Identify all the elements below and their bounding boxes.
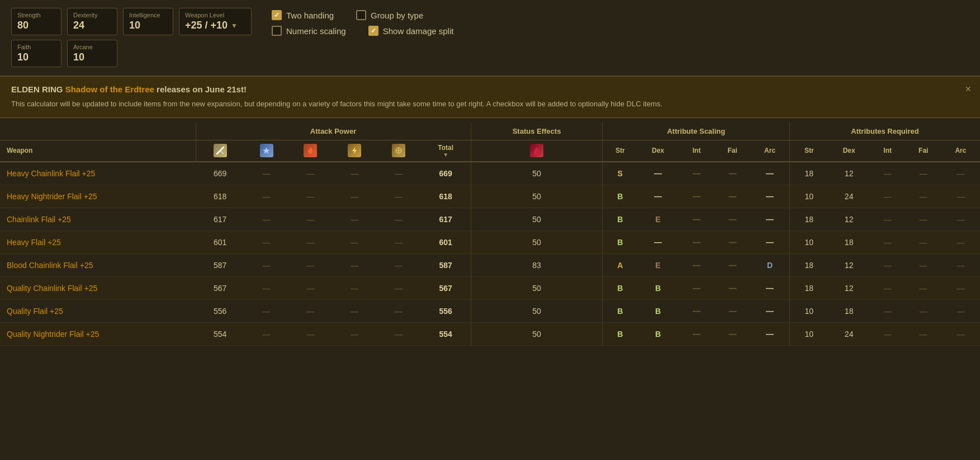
holy-val: — <box>377 299 421 322</box>
phys-val: 587 <box>196 254 244 276</box>
req-arc-val: — <box>941 208 980 231</box>
show-damage-split-checkbox-row: Show damage split <box>368 26 454 36</box>
announcement-title-suffix: releases on June 21st! <box>154 85 247 94</box>
weapon-name[interactable]: Heavy Nightrider Flail +25 <box>0 185 196 208</box>
announcement-title-prefix: ELDEN RING <box>11 85 65 94</box>
col-holy-icon <box>377 140 421 162</box>
arcane-value: 10 <box>73 51 111 63</box>
scale-arc-val: — <box>750 322 789 345</box>
group-by-type-checkbox[interactable] <box>356 10 366 20</box>
table-row[interactable]: Heavy Nightrider Flail +25618————61850B—… <box>0 185 980 208</box>
holy-val: — <box>377 322 421 345</box>
table-row[interactable]: Heavy Chainlink Flail +25669————66950S——… <box>0 162 980 185</box>
weapon-name[interactable]: Quality Chainlink Flail +25 <box>0 276 196 299</box>
table-row[interactable]: Blood Chainlink Flail +25587————58783AE—… <box>0 254 980 276</box>
scale-str-val: B <box>603 208 637 231</box>
col-header-weapon <box>0 123 196 140</box>
req-int-val: — <box>870 299 906 322</box>
req-dex-val: 12 <box>828 162 870 185</box>
req-arc-val: — <box>941 231 980 254</box>
req-fai-val: — <box>906 185 941 208</box>
col-header-attributes-required: Attributes Required <box>789 123 980 140</box>
req-str-val: 18 <box>789 276 828 299</box>
holy-val: — <box>377 231 421 254</box>
two-handing-checkbox-row: Two handing <box>272 10 334 20</box>
dexterity-value: 24 <box>73 20 111 31</box>
two-handing-checkbox[interactable] <box>272 10 282 20</box>
scale-arc-val: — <box>750 208 789 231</box>
weapon-name[interactable]: Quality Flail +25 <box>0 299 196 322</box>
req-dex-val: 12 <box>828 254 870 276</box>
total-val: 669 <box>421 162 471 185</box>
req-dex-val: 18 <box>828 299 870 322</box>
weapon-level-label: Weapon Level <box>185 12 245 18</box>
scale-str-val: B <box>603 185 637 208</box>
weapon-name[interactable]: Quality Nightrider Flail +25 <box>0 322 196 345</box>
weapon-name[interactable]: Heavy Flail +25 <box>0 231 196 254</box>
phys-val: 567 <box>196 276 244 299</box>
col-weapon[interactable]: Weapon <box>0 140 196 162</box>
table-row[interactable]: Quality Flail +25556————55650BB———1018——… <box>0 299 980 322</box>
two-handing-label: Two handing <box>286 11 334 20</box>
col-req-str: Str <box>789 140 828 162</box>
weapon-level-dropdown-arrow[interactable]: ▼ <box>231 22 238 30</box>
req-fai-val: — <box>906 254 941 276</box>
weapon-name[interactable]: Blood Chainlink Flail +25 <box>0 254 196 276</box>
col-req-dex: Dex <box>828 140 870 162</box>
scale-dex-val: E <box>637 254 679 276</box>
intelligence-stat[interactable]: Intelligence 10 <box>123 8 173 35</box>
show-damage-split-checkbox[interactable] <box>368 26 378 36</box>
numeric-scaling-checkbox-row: Numeric scaling <box>272 26 346 36</box>
table-header-cols: Weapon <box>0 140 980 162</box>
table-row[interactable]: Heavy Flail +25601————60150B————1018——— <box>0 231 980 254</box>
weapon-name[interactable]: Chainlink Flail +25 <box>0 208 196 231</box>
table-row[interactable]: Quality Chainlink Flail +25567————56750B… <box>0 276 980 299</box>
status-val: 83 <box>471 254 603 276</box>
req-fai-val: — <box>906 299 941 322</box>
scale-fai-val: — <box>714 231 750 254</box>
light-val: — <box>333 322 377 345</box>
req-fai-val: — <box>906 276 941 299</box>
table-row[interactable]: Quality Nightrider Flail +25554————55450… <box>0 322 980 345</box>
scale-fai-val: — <box>714 208 750 231</box>
scale-arc-val: — <box>750 185 789 208</box>
col-scale-str: Str <box>603 140 637 162</box>
stats-col-weapon: Weapon Level +25 / +10 ▼ <box>179 8 252 35</box>
col-total[interactable]: Total ▼ <box>421 140 471 162</box>
arcane-stat[interactable]: Arcane 10 <box>67 40 117 67</box>
req-str-val: 18 <box>789 254 828 276</box>
svg-marker-3 <box>352 147 357 154</box>
req-int-val: — <box>870 208 906 231</box>
weapon-level-stat[interactable]: Weapon Level +25 / +10 ▼ <box>179 8 252 35</box>
light-val: — <box>333 276 377 299</box>
status-val: 50 <box>471 322 603 345</box>
intelligence-label: Intelligence <box>129 12 167 18</box>
table-row[interactable]: Chainlink Flail +25617————61750BE———1812… <box>0 208 980 231</box>
col-header-status-effects: Status Effects <box>471 123 603 140</box>
total-val: 556 <box>421 299 471 322</box>
phys-val: 618 <box>196 185 244 208</box>
col-req-arc: Arc <box>941 140 980 162</box>
total-val: 618 <box>421 185 471 208</box>
scale-str-val: A <box>603 254 637 276</box>
fire-val: — <box>288 208 333 231</box>
announcement-close-button[interactable]: × <box>965 83 971 95</box>
magic-val: — <box>244 322 288 345</box>
strength-stat[interactable]: Strength 80 <box>11 8 61 35</box>
sort-indicator: ▼ <box>443 152 448 158</box>
weapon-name[interactable]: Heavy Chainlink Flail +25 <box>0 162 196 185</box>
numeric-scaling-checkbox[interactable] <box>272 26 282 36</box>
light-val: — <box>333 208 377 231</box>
phys-val: 601 <box>196 231 244 254</box>
faith-stat[interactable]: Faith 10 <box>11 40 61 67</box>
light-val: — <box>333 162 377 185</box>
stats-col-int: Intelligence 10 <box>123 8 173 35</box>
top-controls: Strength 80 Faith 10 Dexterity 24 Arcane… <box>0 0 980 76</box>
scale-arc-val: — <box>750 299 789 322</box>
dexterity-stat[interactable]: Dexterity 24 <box>67 8 117 35</box>
scale-int-val: — <box>679 276 714 299</box>
fire-val: — <box>288 185 333 208</box>
scale-dex-val: B <box>637 299 679 322</box>
total-val: 554 <box>421 322 471 345</box>
stats-col-main: Strength 80 Faith 10 <box>11 8 61 67</box>
